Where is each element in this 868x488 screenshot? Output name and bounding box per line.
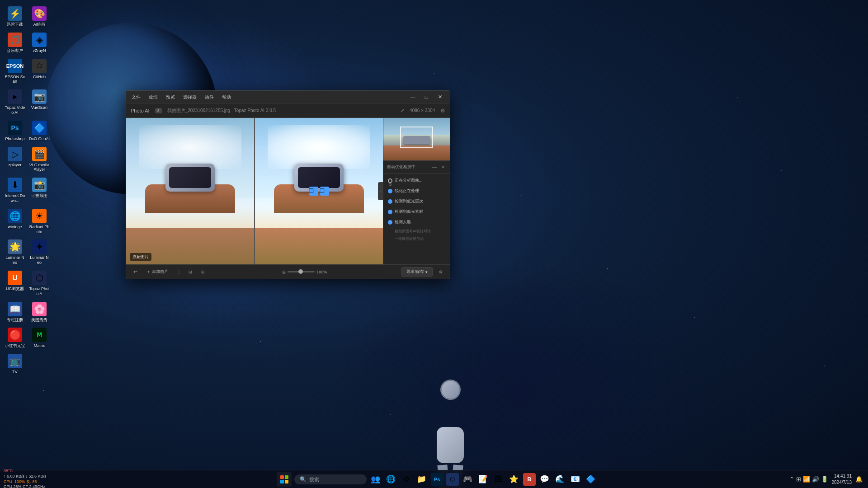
- task-sharpen[interactable]: 检测到低光层次: [386, 197, 447, 206]
- desktop-icon-viewable[interactable]: 📸 可视截图: [28, 176, 51, 205]
- toolbar-view-split-v[interactable]: ⊞: [198, 268, 208, 276]
- taskbar-search-bar[interactable]: 🔍: [294, 474, 367, 484]
- menu-process[interactable]: 处理: [147, 93, 160, 101]
- toolbar-view-single[interactable]: □: [175, 268, 182, 276]
- zoom-slider[interactable]: [288, 271, 315, 272]
- toolbar-settings-button[interactable]: ⚙: [436, 268, 445, 276]
- desktop-icon-topaz-video[interactable]: ▶ Topaz Video AI: [4, 88, 26, 117]
- task-enhance[interactable]: 检测到低光素材: [386, 207, 447, 216]
- taskbar-icon-wechat[interactable]: 💬: [538, 473, 551, 486]
- desktop-icon-wintoge[interactable]: 🌐 wintoge: [4, 207, 26, 236]
- window-minimize-button[interactable]: —: [406, 93, 419, 102]
- header-settings-icon[interactable]: ⚙: [440, 108, 445, 114]
- windows-logo-icon: [280, 475, 288, 483]
- toolbar-back-button[interactable]: ↩: [131, 267, 140, 276]
- desktop-icon-photoshop[interactable]: Ps Photoshop: [4, 119, 26, 143]
- split-handle-left[interactable]: □: [309, 187, 318, 196]
- task-sub-1: 自然原图与AI较好对比: [386, 228, 447, 234]
- taskbar-icon-edge[interactable]: 🌊: [554, 473, 566, 486]
- menu-selector[interactable]: 选择器: [181, 93, 198, 101]
- view-single-icon: □: [177, 270, 179, 274]
- desktop-icon-matrix[interactable]: Ⅿ Matrix: [28, 326, 51, 350]
- desktop-icon-xiaohong[interactable]: 🔴 小红书元宝: [4, 326, 26, 350]
- desktop-icon-idownload[interactable]: ⬇ Internet Down...: [4, 176, 26, 205]
- menu-help[interactable]: 帮助: [220, 93, 233, 101]
- taskbar-icon-ps[interactable]: Ps: [431, 473, 443, 486]
- clock[interactable]: 14:41:31 2024/7/13: [832, 473, 852, 486]
- taskbar-icon-chrome[interactable]: 🌐: [385, 473, 397, 486]
- taskbar-icon-app1[interactable]: 🔷: [585, 473, 597, 486]
- desktop-icon-download[interactable]: ⚡ 迅雷下载: [4, 5, 26, 29]
- taskbar-icon-settings[interactable]: ⚙: [400, 473, 413, 486]
- desktop-icon-jztuji[interactable]: 🌟 Luminar Neo: [4, 238, 26, 267]
- desktop-icon-ai-painting[interactable]: 🎨 AI绘画: [28, 5, 51, 29]
- network-speed: ↑ 6.00 KB/s ↓ 52.6 KB/s: [4, 474, 58, 479]
- tray-arrow-icon[interactable]: ⌃: [789, 476, 794, 483]
- desktop-icon-topaz-photo[interactable]: ⬡ Topaz Photo A: [28, 269, 51, 298]
- ai-tasks-list: 正在分析图像... 锐化正在处理 检测到低光层次 检测到低光素材 检测人脸: [383, 174, 450, 264]
- windows-start-button[interactable]: [277, 472, 292, 487]
- toolbar-view-split-h[interactable]: ⊟: [186, 268, 195, 276]
- win-logo-cell-2: [285, 475, 288, 479]
- export-chevron-icon: ▾: [425, 270, 428, 274]
- desktop-icon-tv[interactable]: 📺 TV: [4, 352, 26, 376]
- taskbar-icon-files[interactable]: 📁: [415, 473, 428, 486]
- desktop-icon-vzrayn[interactable]: ◈ vZrayN: [28, 31, 51, 55]
- download-icon: ⚡: [8, 6, 22, 21]
- window-menu: 文件 处理 预览 选择器 插件 帮助: [130, 93, 406, 101]
- drone-center: [169, 167, 211, 188]
- desktop-icon-music[interactable]: 🎵 音乐客户: [4, 31, 26, 55]
- desktop-icon-vuescan[interactable]: 📷 VueScan: [28, 88, 51, 117]
- desktop-icon-github[interactable]: ⬡ GitHub: [28, 57, 51, 86]
- task-face[interactable]: 检测人脸: [386, 218, 447, 226]
- desktop-icon-radiant[interactable]: ☀ Radiant Photo: [28, 207, 51, 236]
- desktop-icon-gallery[interactable]: 🌸 美图秀秀: [28, 300, 51, 324]
- taskbar-icon-star[interactable]: ⭐: [508, 473, 520, 486]
- task-sharpen-dot: [388, 199, 392, 204]
- desktop-icon-epson[interactable]: EPSON EPSON Scan: [4, 57, 26, 86]
- epson-label: EPSON Scan: [5, 75, 25, 84]
- task-denoise[interactable]: 锐化正在处理: [386, 187, 447, 195]
- desktop-icon-dxomark[interactable]: 🔷 DxO GenAI: [28, 119, 51, 143]
- taskbar-icon-photo[interactable]: 🖼: [492, 473, 505, 486]
- github-label: GitHub: [33, 75, 46, 80]
- panel-close-button[interactable]: ✕: [440, 164, 446, 170]
- notification-icon[interactable]: 🔔: [855, 476, 863, 483]
- tray-volume-icon[interactable]: 🔊: [812, 476, 819, 483]
- desktop-icon-zplayer[interactable]: ▷ zplayer: [4, 145, 26, 174]
- zoom-thumb[interactable]: [298, 269, 303, 274]
- wintoge-icon: 🌐: [8, 209, 22, 223]
- toolbar-add-button[interactable]: ＋ 添加图片: [144, 267, 171, 276]
- taskbar-icon-note[interactable]: 📝: [477, 473, 490, 486]
- panel-collapse-button[interactable]: —: [431, 164, 438, 170]
- desktop-icon-subscription[interactable]: 📖 专栏注册: [4, 300, 26, 324]
- desktop-icon-uc[interactable]: U UC浏览器: [4, 269, 26, 298]
- tray-win-icon[interactable]: ⊞: [796, 476, 801, 483]
- search-input[interactable]: [309, 477, 354, 482]
- split-handle-right[interactable]: □: [320, 187, 329, 196]
- export-save-button[interactable]: 导出/保存 ▾: [401, 267, 433, 277]
- taskbar-icon-mail[interactable]: 📧: [569, 473, 582, 486]
- split-divider-handle[interactable]: □ □: [309, 187, 329, 196]
- desktop-icon-luminar[interactable]: ✦ Luminar Neo: [28, 238, 51, 267]
- export-label: 导出/保存: [406, 269, 424, 275]
- wintoge-label: wintoge: [8, 225, 22, 230]
- taskbar-icon-b[interactable]: B: [523, 473, 536, 486]
- tray-network-icon[interactable]: 📶: [803, 476, 810, 483]
- menu-plugin[interactable]: 插件: [203, 93, 216, 101]
- gallery-label: 美图秀秀: [31, 318, 47, 323]
- zoom-icon: ◎: [282, 270, 286, 274]
- window-close-button[interactable]: ✕: [434, 93, 446, 102]
- thumbnail-drone-image: [383, 118, 450, 160]
- taskbar-icon-game[interactable]: 🎮: [462, 473, 474, 486]
- panel-toggle-button[interactable]: ›: [378, 182, 383, 200]
- taskbar-icon-people[interactable]: 👥: [369, 473, 382, 486]
- photoshop-label: Photoshop: [5, 136, 24, 141]
- menu-file[interactable]: 文件: [130, 93, 142, 101]
- desktop-icon-vlc[interactable]: 🎬 VLC media Player: [28, 145, 51, 174]
- thumbnail-area: [383, 118, 450, 161]
- window-maximize-button[interactable]: □: [420, 93, 433, 102]
- taskbar-icon-g[interactable]: ⬡: [446, 473, 459, 486]
- menu-preview[interactable]: 预览: [164, 93, 177, 101]
- tray-battery-icon[interactable]: 🔋: [821, 476, 828, 483]
